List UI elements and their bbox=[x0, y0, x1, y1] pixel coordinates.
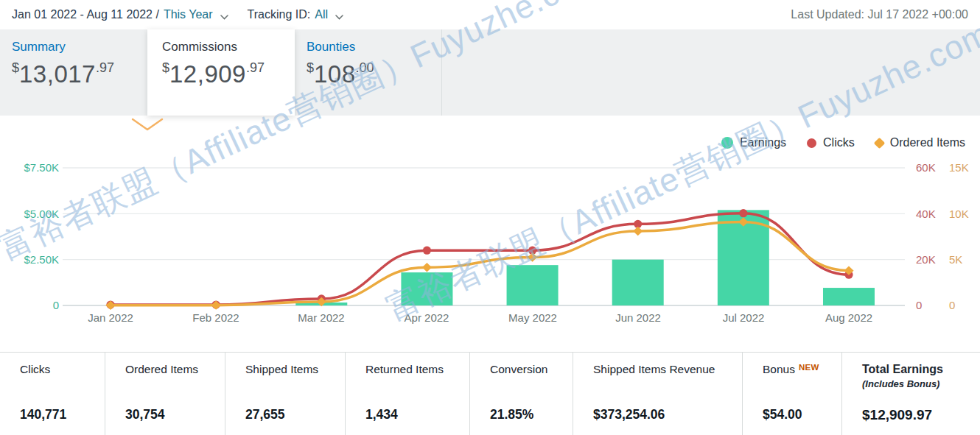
chart-legend: Earnings Clicks Ordered Items bbox=[721, 136, 965, 149]
chevron-down-icon[interactable] bbox=[220, 10, 228, 23]
stat-total-earnings: Total Earnings (Includes Bonus) $12,909.… bbox=[841, 353, 980, 435]
y-axis-clicks-tick: 60K bbox=[916, 161, 947, 174]
ordered-items-point-marker[interactable] bbox=[105, 301, 115, 310]
clicks-point-marker[interactable] bbox=[423, 247, 431, 255]
ordered-items-point-marker[interactable] bbox=[528, 252, 537, 261]
top-bar: Jan 01 2022 - Aug 11 2022 / This Year Tr… bbox=[0, 0, 980, 29]
earnings-bar[interactable] bbox=[612, 260, 664, 305]
stat-returned-items: Returned Items 1,434 bbox=[345, 353, 469, 435]
y-axis-ordered-tick: 15K bbox=[949, 161, 979, 174]
tracking-id-selector[interactable]: All bbox=[315, 8, 328, 21]
earnings-chart: Earnings Clicks Ordered Items $7.50K $5.… bbox=[0, 116, 980, 352]
stat-conversion: Conversion 21.85% bbox=[469, 353, 573, 435]
earnings-bar[interactable] bbox=[507, 265, 559, 305]
ordered-items-point-marker[interactable] bbox=[633, 227, 643, 236]
y-axis-ordered-tick: 0 bbox=[949, 299, 979, 312]
tab-bounties-label: Bounties bbox=[307, 40, 441, 54]
stat-shipped-items: Shipped Items 27,655 bbox=[225, 353, 345, 435]
ordered-items-point-marker[interactable] bbox=[422, 263, 432, 272]
stat-bonus: BonusNEW $54.00 bbox=[742, 353, 841, 435]
legend-item-ordered-items[interactable]: Ordered Items bbox=[875, 136, 965, 149]
date-range: Jan 01 2022 - Aug 11 2022 / bbox=[12, 8, 159, 21]
tab-commissions-amount: $12,909.97 bbox=[162, 60, 295, 88]
new-badge: NEW bbox=[799, 363, 819, 372]
affiliate-dashboard: Jan 01 2022 - Aug 11 2022 / This Year Tr… bbox=[0, 0, 980, 435]
x-axis-label: Apr 2022 bbox=[386, 311, 467, 324]
y-axis-clicks-tick: 20K bbox=[916, 253, 947, 266]
x-axis-label: May 2022 bbox=[492, 311, 573, 324]
earnings-bar[interactable] bbox=[823, 288, 875, 305]
y-axis-clicks-tick: 0 bbox=[916, 299, 947, 312]
ordered-items-point-marker[interactable] bbox=[211, 300, 221, 309]
stat-clicks: Clicks 140,771 bbox=[0, 353, 105, 435]
tab-summary-amount: $13,017.97 bbox=[12, 60, 147, 88]
tab-summary-label: Summary bbox=[12, 40, 147, 54]
x-axis-label: Jan 2022 bbox=[70, 311, 151, 324]
earnings-marker-icon bbox=[721, 137, 733, 149]
legend-item-clicks[interactable]: Clicks bbox=[807, 136, 855, 149]
clicks-point-marker[interactable] bbox=[739, 209, 747, 217]
y-axis-ordered-tick: 10K bbox=[949, 208, 979, 221]
period-selector[interactable]: This Year bbox=[164, 8, 213, 21]
y-axis-ordered-tick: 5K bbox=[949, 253, 979, 266]
x-axis-label: Aug 2022 bbox=[808, 311, 889, 324]
x-axis-label: Mar 2022 bbox=[281, 311, 362, 324]
active-tab-pointer-icon bbox=[131, 118, 164, 135]
y-axis-earnings-tick: 0 bbox=[0, 299, 59, 312]
chevron-down-icon[interactable] bbox=[335, 10, 343, 23]
y-axis-earnings-tick: $5.00K bbox=[0, 208, 59, 221]
stats-bar: Clicks 140,771 Ordered Items 30,754 Ship… bbox=[0, 352, 980, 435]
tab-summary[interactable]: Summary $13,017.97 bbox=[0, 29, 147, 116]
stat-shipped-items-revenue: Shipped Items Revenue $373,254.06 bbox=[573, 353, 742, 435]
clicks-marker-icon bbox=[807, 138, 816, 148]
tracking-id-label: Tracking ID: bbox=[248, 8, 311, 21]
ordered-items-marker-icon bbox=[873, 137, 885, 149]
legend-item-earnings[interactable]: Earnings bbox=[721, 136, 786, 149]
x-axis-label: Jun 2022 bbox=[598, 311, 679, 324]
x-axis-label: Feb 2022 bbox=[175, 311, 256, 324]
tab-commissions[interactable]: Commissions $12,909.97 bbox=[147, 29, 295, 116]
tab-bounties[interactable]: Bounties $108.00 bbox=[295, 29, 442, 116]
x-axis-label: Jul 2022 bbox=[703, 311, 784, 324]
y-axis-earnings-tick: $7.50K bbox=[0, 161, 59, 174]
summary-tab-bar: Summary $13,017.97 Commissions $12,909.9… bbox=[0, 29, 980, 116]
last-updated-text: Last Updated: Jul 17 2022 +00:00 bbox=[791, 8, 968, 21]
stat-ordered-items: Ordered Items 30,754 bbox=[105, 353, 225, 435]
tab-commissions-label: Commissions bbox=[162, 40, 295, 54]
y-axis-earnings-tick: $2.50K bbox=[0, 253, 59, 266]
y-axis-clicks-tick: 40K bbox=[916, 208, 947, 221]
earnings-bar[interactable] bbox=[401, 272, 452, 305]
tab-bounties-amount: $108.00 bbox=[307, 60, 441, 88]
